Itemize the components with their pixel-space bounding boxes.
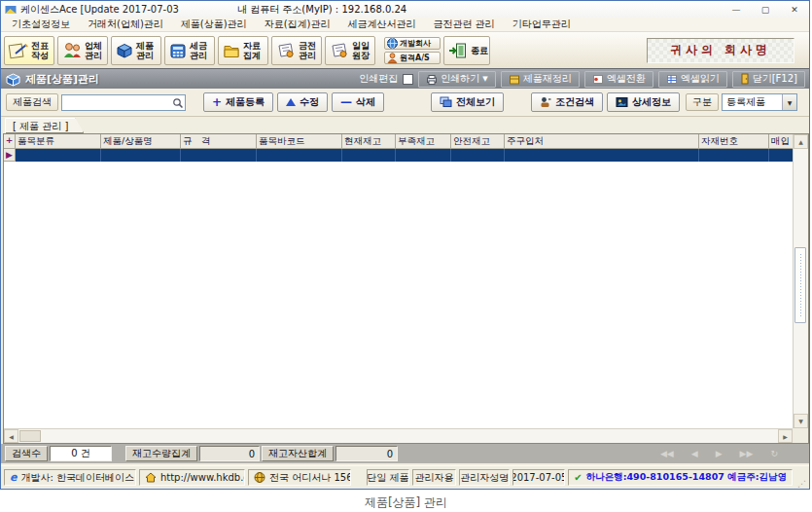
stock-asset-value: 0 xyxy=(335,446,398,461)
grid-content: + 품목분류 제품/상품명 규 격 품목바코드 현재재고 부족재고 안전재고 주… xyxy=(4,134,793,428)
phone-panel: 전국 어디서나 1566-1186 xyxy=(248,469,351,486)
scroll-down-icon[interactable]: ▼ xyxy=(794,414,808,428)
resize-grip[interactable]: ⋰ xyxy=(797,479,806,489)
col-header-safe-stock[interactable]: 안전재고 xyxy=(451,134,505,149)
product-grid: + 품목분류 제품/상품명 규 격 품목바코드 현재재고 부족재고 안전재고 주… xyxy=(3,133,809,444)
check-icon: ✔ xyxy=(574,472,582,483)
product-mgmt-button[interactable]: 제품관리 xyxy=(111,36,161,65)
scroll-left-icon[interactable]: ◀ xyxy=(4,429,18,443)
home-icon xyxy=(145,472,157,483)
horizontal-scroll-thumb[interactable] xyxy=(19,430,41,442)
nav-last-icon[interactable]: ▶▶ xyxy=(740,449,754,458)
marker-header-cell[interactable]: + xyxy=(4,134,16,149)
ledger-pen-icon xyxy=(275,41,297,60)
money-mgmt-button[interactable]: 금전관리 xyxy=(271,36,322,65)
search-count-label: 검색수 xyxy=(5,446,48,461)
screenshot-caption: 제품[상품] 관리 xyxy=(0,494,812,511)
scrollbar-corner xyxy=(793,428,808,443)
row-marker-icon: ▶ xyxy=(4,149,16,162)
dev-company-button[interactable]: 개발회사 xyxy=(384,37,441,50)
excel-export-button[interactable]: 엑셀전환 xyxy=(584,71,653,88)
maximize-icon[interactable]: ▢ xyxy=(751,1,780,18)
col-header-purchase[interactable]: 매입 xyxy=(769,134,793,149)
toolbar-mini-group: 개발회사 원격A/S xyxy=(384,37,441,64)
col-header-main-supplier[interactable]: 주구입처 xyxy=(505,134,699,149)
printer-icon xyxy=(426,74,438,85)
col-header-category[interactable]: 품목분류 xyxy=(16,134,101,149)
close-panel-button[interactable]: 닫기[F12] xyxy=(732,71,805,88)
excel-import-icon xyxy=(666,74,678,85)
browser-icon: e xyxy=(10,473,17,483)
nav-refresh-icon[interactable]: ↻ xyxy=(770,449,778,458)
minimize-icon[interactable]: — xyxy=(722,1,751,18)
summary-bar: 검색수 0 건 재고수량집계 0 재고자산합계 0 ◀◀ ◀ ▶ ▶▶ ↻ xyxy=(1,444,809,463)
ledger-pen-icon xyxy=(329,41,350,60)
blue-box-icon xyxy=(5,71,21,88)
daily-ledger-button[interactable]: 일일원장 xyxy=(325,36,375,65)
picture-icon xyxy=(616,96,628,108)
selected-empty-row[interactable]: ▶ xyxy=(4,149,793,162)
window-controls: — ▢ ✕ xyxy=(722,1,809,18)
close-icon[interactable]: ✕ xyxy=(780,1,809,18)
col-header-material-no[interactable]: 자재번호 xyxy=(699,134,769,149)
nav-next-icon[interactable]: ▶ xyxy=(716,449,723,458)
user-mode-panel: 관리자용 xyxy=(412,469,457,486)
search-icon[interactable] xyxy=(172,97,184,109)
tab-product-mgmt[interactable]: [ 제품 관리 ] xyxy=(5,118,84,133)
col-header-barcode[interactable]: 품목바코드 xyxy=(257,134,342,149)
print-edit-label: 인쇄편집 xyxy=(359,72,398,86)
excel-import-button[interactable]: 엑셀읽기 xyxy=(658,71,727,88)
status-bar: e 개발사: 한국데이터베이스 http://www.hkdb.co.kr 전국… xyxy=(1,465,809,489)
data-aggregate-button[interactable]: 자료집계 xyxy=(218,36,268,65)
vertical-scroll-thumb[interactable] xyxy=(794,247,806,323)
up-triangle-icon xyxy=(286,98,296,106)
client-mgmt-button[interactable]: 업체관리 xyxy=(57,36,108,65)
product-reorganize-button[interactable]: 제품재정리 xyxy=(501,71,580,88)
product-search-input[interactable] xyxy=(62,99,185,114)
menu-data-aggregate[interactable]: 자료(집계)관리 xyxy=(256,18,339,31)
excel-export-icon xyxy=(592,74,604,85)
reorganize-icon xyxy=(509,74,520,85)
scroll-right-icon[interactable]: ▶ xyxy=(778,429,793,443)
door-icon xyxy=(740,73,750,85)
menu-product-mgmt[interactable]: 제품(상품)관리 xyxy=(172,18,256,31)
tab-strip: [ 제품 관리 ] xyxy=(1,117,809,133)
col-header-current-stock[interactable]: 현재재고 xyxy=(342,134,396,149)
condition-search-button[interactable]: 조건검색 xyxy=(531,92,603,112)
item-type-panel: 단일 제품 xyxy=(367,469,409,486)
col-header-product-name[interactable]: 제품/상품명 xyxy=(101,134,181,149)
menu-client-mgmt[interactable]: 거래처(업체)관리 xyxy=(79,18,172,31)
vertical-scrollbar[interactable]: ▲ ▼ xyxy=(793,134,808,428)
view-all-button[interactable]: 전체보기 xyxy=(431,92,504,112)
print-edit-checkbox[interactable] xyxy=(403,74,413,85)
section-header-actions: 인쇄편집 인쇄하기 ▼ 제품재정리 엑셀전환 xyxy=(359,71,805,88)
nav-first-icon[interactable]: ◀◀ xyxy=(660,449,674,458)
col-header-spec[interactable]: 규 격 xyxy=(181,134,257,149)
cascade-windows-icon xyxy=(440,96,452,108)
folder-icon xyxy=(222,41,241,60)
menu-tax-invoice[interactable]: 세금계산서관리 xyxy=(338,18,424,31)
menu-basic-settings[interactable]: 기초설정정보 xyxy=(3,18,79,31)
menu-etc-mgmt[interactable]: 기타업무관리 xyxy=(504,18,580,31)
modify-button[interactable]: 수정 xyxy=(277,92,328,112)
delete-button[interactable]: — 삭제 xyxy=(332,92,384,112)
menu-money-mgmt[interactable]: 금전관련 관리 xyxy=(424,18,503,31)
tax-mgmt-button[interactable]: 세금관리 xyxy=(164,36,215,65)
detail-info-button[interactable]: 상세정보 xyxy=(607,92,680,112)
col-header-short-stock[interactable]: 부족재고 xyxy=(396,134,451,149)
date-panel: 2017-07-05 xyxy=(512,469,565,486)
website-panel[interactable]: http://www.hkdb.co.kr xyxy=(139,469,245,486)
my-ip-text: 내 컴퓨터 주소(MyIP) : 192.168.0.24 xyxy=(237,3,406,17)
print-button[interactable]: 인쇄하기 ▼ xyxy=(418,71,495,88)
horizontal-scrollbar[interactable]: ◀ ▶ xyxy=(4,428,793,443)
scroll-up-icon[interactable]: ▲ xyxy=(794,134,808,149)
remote-as-button[interactable]: 원격A/S xyxy=(384,52,441,64)
search-toolbar: 제품검색 + 제품등록 수정 — 삭제 전체보기 xyxy=(1,89,809,117)
nav-prev-icon[interactable]: ◀ xyxy=(691,449,698,458)
product-register-button[interactable]: + 제품등록 xyxy=(203,92,273,112)
bank-info-panel: ✔ 하나은행:490-810165-14807 예금주:김남영 xyxy=(568,469,793,486)
window-title: 케이센스Ace [Update 2017-07-03 xyxy=(20,3,179,17)
voucher-create-button[interactable]: 전표작성 xyxy=(4,36,54,65)
exit-button[interactable]: 종료 xyxy=(443,36,490,65)
category-dropdown[interactable]: 등록제품 ▼ xyxy=(722,93,797,111)
